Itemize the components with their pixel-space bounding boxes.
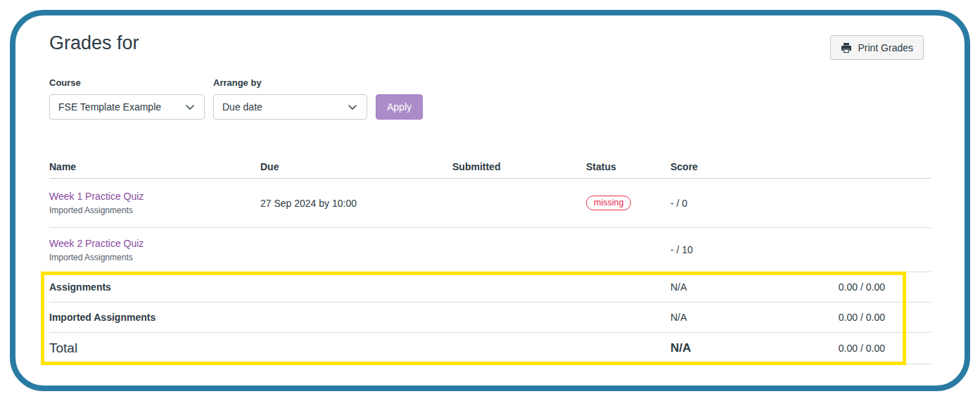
- score-cell: - / 10: [670, 244, 790, 255]
- status-cell: missing: [586, 196, 670, 210]
- page-title: Grades for: [49, 32, 139, 54]
- column-header-submitted: Submitted: [452, 161, 586, 178]
- summary-row-imported-assignments: Imported Assignments N/A 0.00 / 0.00: [49, 303, 931, 333]
- score-cell: - / 0: [670, 198, 790, 209]
- table-header-row: Name Due Submitted Status Score: [49, 158, 931, 179]
- summary-points: 0.00 / 0.00: [790, 312, 931, 323]
- summary-points: 0.00 / 0.00: [790, 281, 931, 293]
- assignment-link[interactable]: Week 1 Practice Quiz: [49, 191, 260, 202]
- column-header-due: Due: [260, 161, 452, 178]
- column-header-score: Score: [670, 161, 790, 178]
- arrange-by-label: Arrange by: [213, 77, 367, 88]
- arrange-by-select[interactable]: Due date: [213, 94, 367, 120]
- chevron-down-icon: [347, 101, 358, 113]
- summary-score: N/A: [670, 281, 790, 293]
- printer-icon: [841, 42, 852, 53]
- summary-score: N/A: [670, 312, 790, 323]
- assignment-link[interactable]: Week 2 Practice Quiz: [49, 238, 260, 249]
- assignment-group-label: Imported Assignments: [49, 205, 133, 215]
- course-label: Course: [49, 77, 205, 88]
- filter-bar: Course FSE Template Example Arrange by D…: [49, 77, 423, 120]
- arrange-by-select-value: Due date: [222, 101, 262, 113]
- total-score: N/A: [670, 341, 790, 355]
- column-header-status: Status: [586, 161, 670, 178]
- course-filter-group: Course FSE Template Example: [49, 77, 205, 120]
- summary-row-total: Total N/A 0.00 / 0.00: [49, 333, 931, 364]
- course-select-value: FSE Template Example: [58, 101, 161, 113]
- apply-button[interactable]: Apply: [376, 94, 423, 120]
- assignment-name-cell: Week 1 Practice Quiz Imported Assignment…: [49, 191, 260, 215]
- status-badge-missing: missing: [586, 196, 631, 210]
- column-header-points: [790, 172, 931, 178]
- grades-page: Grades for Print Grades Course FSE Templ…: [0, 0, 980, 401]
- print-grades-button[interactable]: Print Grades: [830, 35, 924, 60]
- assignment-name-cell: Week 2 Practice Quiz Imported Assignment…: [49, 238, 260, 262]
- table-row: Week 2 Practice Quiz Imported Assignment…: [49, 228, 931, 272]
- print-grades-label: Print Grades: [858, 42, 913, 53]
- grades-table: Name Due Submitted Status Score Week 1 P…: [49, 158, 931, 364]
- summary-row-assignments: Assignments N/A 0.00 / 0.00: [49, 272, 931, 303]
- due-date-cell: 27 Sep 2024 by 10:00: [260, 198, 452, 209]
- total-points: 0.00 / 0.00: [790, 343, 931, 354]
- assignment-group-label: Imported Assignments: [49, 253, 133, 262]
- summary-row-label: Imported Assignments: [49, 312, 260, 323]
- column-header-name: Name: [49, 161, 260, 178]
- course-select[interactable]: FSE Template Example: [49, 94, 205, 120]
- summary-row-label: Assignments: [49, 281, 260, 293]
- total-row-label: Total: [49, 340, 260, 356]
- table-row: Week 1 Practice Quiz Imported Assignment…: [49, 179, 931, 228]
- chevron-down-icon: [184, 101, 196, 113]
- arrange-filter-group: Arrange by Due date: [213, 77, 367, 120]
